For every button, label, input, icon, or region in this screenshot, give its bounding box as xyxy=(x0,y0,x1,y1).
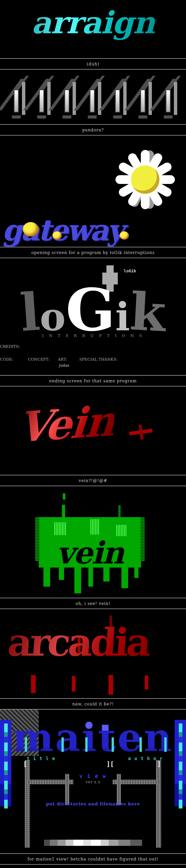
arcadia-logo-text: arcadia xyxy=(6,620,185,665)
green-drip xyxy=(74,563,81,593)
daisy-flower-icon xyxy=(106,142,184,217)
bracket-close: ] xyxy=(157,761,161,768)
artwork-vein-green: vein xyxy=(0,486,186,598)
dither-patch xyxy=(90,519,99,535)
artwork-logik: loGik loGik I N T E R R U P T I O N S CR… xyxy=(0,258,186,375)
caption-text: oh, i see! vein! xyxy=(75,601,110,606)
caption-text: for maiten1 view! betcha couldnt have fi… xyxy=(27,857,159,862)
gold-jewel xyxy=(23,222,39,237)
artwork-gateway: gateway xyxy=(0,135,186,247)
caption-bar-gateway: opening screen for a program by loGik in… xyxy=(0,247,186,258)
logik-letter: G xyxy=(65,283,115,337)
dither-edge xyxy=(140,517,145,561)
view-label: v i e w xyxy=(0,773,186,779)
artwork-arcadia: arcadia xyxy=(0,609,186,698)
caption-text: pandora? xyxy=(82,127,104,132)
pandora-glyph xyxy=(32,76,53,119)
credits-column-special-thanks: SPECIAL THANKS: xyxy=(79,357,117,362)
credits-column-art: ART: xyxy=(58,357,67,362)
green-antenna xyxy=(118,505,121,518)
red-drip xyxy=(72,676,75,691)
artwork-maiten-view: maiten t i t l e a u t h o r [ ][ ] v i … xyxy=(0,710,186,853)
pandora-glyph xyxy=(57,76,78,119)
cyan-accent xyxy=(85,737,87,752)
green-drip xyxy=(103,563,109,582)
directories-instruction-text: put directories and filenames here xyxy=(0,801,186,806)
caption-text: opening screen for a program by loGik in… xyxy=(31,250,155,255)
logik-logo-text: loGik xyxy=(0,283,186,356)
author-field-label: a u t h o r xyxy=(128,756,163,761)
green-blob: vein xyxy=(39,517,141,567)
vein-logo-text: Vein xyxy=(17,396,116,452)
pandora-glyph xyxy=(7,76,27,119)
caption-bar-vein-red: vein?!@!@# xyxy=(0,475,186,486)
red-drip xyxy=(108,675,113,694)
version-label: ver x.x xyxy=(0,780,186,784)
red-drip xyxy=(145,676,148,689)
green-drip xyxy=(88,565,93,587)
bracket-open: [ xyxy=(23,761,27,768)
caption-bar-logik: ending screen for that same program xyxy=(0,375,186,386)
gold-jewel xyxy=(119,231,129,240)
gold-jewel xyxy=(52,231,62,240)
cyan-accent xyxy=(139,737,142,752)
pandora-glyph xyxy=(108,76,129,119)
credits-column-code: CODE: xyxy=(0,357,14,362)
vein-cross-flourish xyxy=(129,429,153,435)
bottom-margin xyxy=(0,865,186,868)
caption-text: ending screen for that same program xyxy=(49,378,137,383)
caption-text: (duh) xyxy=(87,62,99,66)
green-drip xyxy=(59,564,64,580)
cyan-accent xyxy=(61,737,64,752)
logik-letter: l xyxy=(18,285,42,340)
dither-patch xyxy=(54,522,67,535)
ansi-art-collage: arraign (duh) pandora? xyxy=(0,0,186,868)
artwork-pandora xyxy=(0,69,186,124)
artwork-arraign: arraign xyxy=(0,0,186,58)
arraign-logo-text: arraign xyxy=(0,5,186,40)
credits-heading: CREDITS: xyxy=(0,344,20,349)
green-antenna xyxy=(62,505,65,518)
cyan-accent xyxy=(164,737,167,752)
caption-bar-maiten: for maiten1 view! betcha couldnt have fi… xyxy=(0,853,186,865)
daisy-center xyxy=(131,165,159,194)
bracket-mid: ][ xyxy=(106,761,114,768)
cyan-accent xyxy=(112,737,114,752)
title-field-label: t i t l e xyxy=(27,756,55,761)
logik-small-label: loGik xyxy=(124,269,136,273)
green-drip xyxy=(44,563,50,587)
pandora-glyph xyxy=(133,76,154,119)
caption-text: naw, could it be?! xyxy=(72,702,114,707)
caption-text: vein?!@!@# xyxy=(79,478,107,483)
green-antenna xyxy=(63,493,65,500)
green-drip xyxy=(122,563,128,588)
caption-bar-vein-green: oh, i see! vein! xyxy=(0,598,186,609)
red-drip xyxy=(31,675,36,693)
maiten-logo-text: maiten xyxy=(0,717,186,758)
logik-letter: k xyxy=(129,284,167,340)
art-credit-name: judas xyxy=(59,363,70,368)
caption-bar-pandora: pandora? xyxy=(0,124,186,135)
caption-bar-arraign: (duh) xyxy=(0,58,186,69)
credits-column-concept: CONCEPT: xyxy=(28,357,50,362)
caption-bar-arcadia: naw, could it be?! xyxy=(0,698,186,710)
cyan-accent xyxy=(25,737,27,752)
green-drip xyxy=(134,563,138,578)
pandora-glyph xyxy=(159,76,179,119)
artwork-vein-red: Vein xyxy=(0,386,186,475)
dither-patch xyxy=(116,525,127,536)
pandora-glyph-row xyxy=(0,76,186,119)
pandora-glyph xyxy=(83,76,103,119)
gradient-bar xyxy=(44,840,142,846)
interruptions-subtitle: I N T E R R U P T I O N S xyxy=(0,333,186,338)
